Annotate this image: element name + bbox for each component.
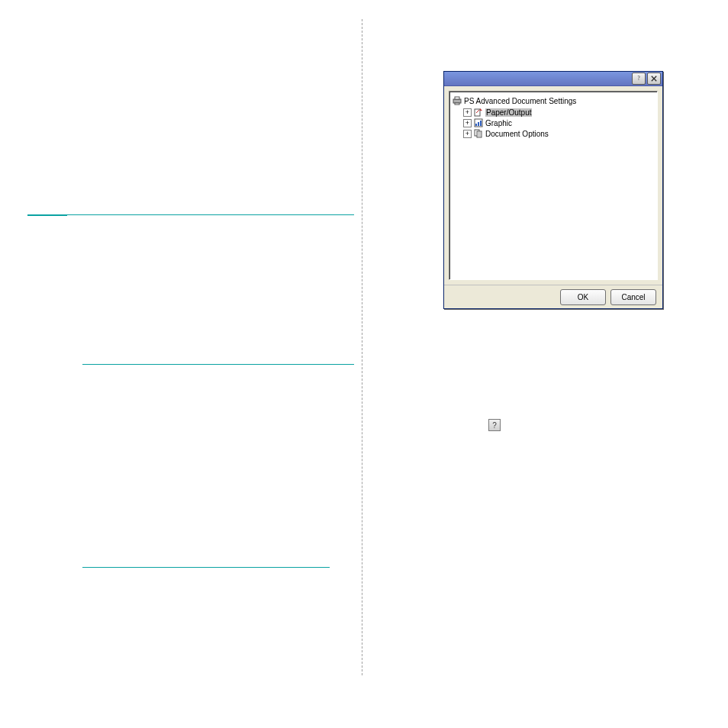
tree-node-label: Paper/Output — [485, 108, 532, 117]
dialog-titlebar: ? — [444, 72, 662, 86]
help-button[interactable]: ? — [632, 72, 646, 85]
ok-button[interactable]: OK — [560, 289, 606, 305]
svg-rect-3 — [455, 103, 459, 105]
svg-rect-1 — [453, 99, 461, 103]
tree-node-label: Document Options — [485, 130, 549, 138]
svg-rect-2 — [455, 97, 459, 99]
tree-node-graphic[interactable]: + Graphic — [463, 118, 654, 127]
advanced-options-dialog: ? PS Advanced Document Settings + Paper/… — [443, 71, 663, 309]
printer-icon — [453, 96, 462, 105]
tree-root-label: PS Advanced Document Settings — [464, 97, 576, 105]
help-glyph: ? — [492, 421, 497, 430]
document-options-icon — [474, 129, 483, 138]
section-rule-2 — [82, 364, 354, 365]
cancel-button[interactable]: Cancel — [610, 289, 656, 305]
column-divider — [362, 19, 362, 675]
svg-rect-6 — [475, 124, 477, 126]
expand-icon[interactable]: + — [463, 108, 472, 117]
tree-root[interactable]: PS Advanced Document Settings — [453, 96, 654, 105]
tree-node-paper-output[interactable]: + Paper/Output — [463, 108, 654, 117]
tree-node-document-options[interactable]: + Document Options — [463, 129, 654, 138]
expand-icon[interactable]: + — [463, 119, 472, 127]
svg-rect-8 — [480, 121, 482, 126]
svg-text:?: ? — [637, 76, 639, 82]
dialog-button-row: OK Cancel — [444, 285, 662, 308]
svg-rect-7 — [478, 122, 479, 126]
context-help-icon[interactable]: ? — [488, 419, 501, 431]
tree-pane: PS Advanced Document Settings + Paper/Ou… — [449, 91, 658, 280]
close-button[interactable] — [647, 72, 661, 85]
section-rule-3 — [82, 567, 330, 568]
paper-output-icon — [474, 108, 483, 117]
tree-node-label: Graphic — [485, 119, 512, 127]
expand-icon[interactable]: + — [463, 130, 472, 138]
graphic-icon — [474, 118, 483, 127]
section-rule-1 — [27, 214, 354, 215]
